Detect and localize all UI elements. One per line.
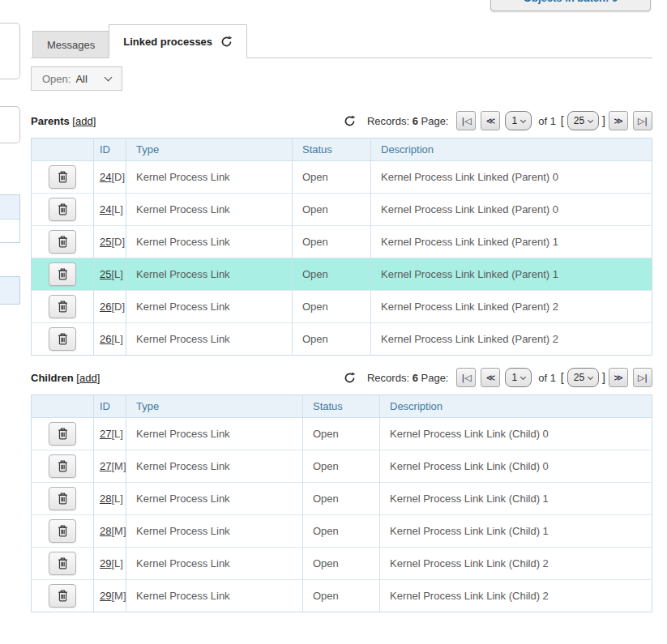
parents-section-header: Parents [add] Records: 6 Page: |◁ ≪ 1 of… (31, 110, 652, 131)
page-select[interactable]: 1 (505, 368, 532, 387)
table-row: 26[L]Kernel Process LinkOpenKernel Proce… (32, 323, 652, 356)
delete-cell (32, 483, 94, 515)
delete-button[interactable] (49, 230, 76, 254)
page-size-select[interactable]: 25 (567, 368, 599, 387)
delete-button[interactable] (49, 584, 76, 608)
last-page-button[interactable]: ▷| (633, 111, 652, 130)
table-row: 24[L]Kernel Process LinkOpenKernel Proce… (32, 194, 652, 226)
type-cell: Kernel Process Link (126, 194, 293, 226)
refresh-icon[interactable] (220, 36, 233, 48)
parents-table: ID Type Status Description 24[D]Kernel P… (31, 138, 652, 356)
status-cell: Open (303, 418, 380, 450)
delete-cell (32, 194, 94, 226)
status-cell: Open (293, 258, 371, 291)
delete-button[interactable] (49, 519, 76, 543)
children-add-link[interactable]: add (79, 372, 97, 384)
id-link[interactable]: 24 (100, 203, 111, 215)
column-header-id: ID (94, 139, 126, 161)
parents-add-link[interactable]: add (75, 115, 93, 127)
column-header-id: ID (94, 395, 126, 418)
type-cell: Kernel Process Link (126, 258, 293, 291)
last-page-button[interactable]: ▷| (633, 368, 652, 387)
id-link[interactable]: 25 (100, 236, 111, 248)
id-suffix: [L] (111, 333, 122, 345)
id-suffix: [D] (111, 301, 125, 313)
delete-cell (32, 418, 94, 450)
id-link[interactable]: 25 (100, 268, 111, 280)
id-link[interactable]: 24 (100, 171, 111, 183)
type-cell: Kernel Process Link (126, 418, 303, 450)
delete-button[interactable] (49, 422, 76, 446)
type-cell: Kernel Process Link (126, 291, 293, 323)
table-row: 28[L]Kernel Process LinkOpenKernel Proce… (32, 483, 652, 515)
id-link[interactable]: 29 (100, 557, 111, 569)
table-row: 29[M]Kernel Process LinkOpenKernel Proce… (32, 580, 652, 612)
column-header-description: Description (380, 395, 652, 418)
status-cell: Open (303, 548, 380, 580)
open-filter-select[interactable]: Open: All (31, 66, 122, 91)
tab-messages[interactable]: Messages (32, 31, 109, 58)
refresh-icon[interactable] (344, 372, 356, 384)
id-link[interactable]: 27 (100, 460, 111, 472)
delete-button[interactable] (49, 295, 76, 318)
page-size-select[interactable]: 25 (567, 111, 599, 130)
refresh-icon[interactable] (344, 115, 356, 127)
trash-icon (58, 171, 68, 183)
open-filter-value: All (75, 73, 87, 85)
id-suffix: [D] (111, 236, 125, 248)
id-link[interactable]: 28 (100, 525, 111, 537)
delete-button[interactable] (49, 165, 76, 189)
id-cell: 24[L] (94, 194, 126, 226)
id-link[interactable]: 28 (100, 493, 111, 505)
delete-button[interactable] (49, 487, 76, 510)
delete-button[interactable] (49, 198, 76, 221)
tab-linked-processes[interactable]: Linked processes (109, 24, 247, 58)
delete-button[interactable] (49, 552, 76, 575)
description-cell: Kernel Process Link Linked (Parent) 0 (371, 194, 652, 226)
page-select[interactable]: 1 (505, 111, 532, 130)
chevron-down-icon (104, 73, 112, 81)
type-cell: Kernel Process Link (126, 226, 293, 258)
id-link[interactable]: 26 (100, 333, 111, 345)
children-title: Children [add] (31, 372, 100, 384)
objects-in-batch-button[interactable]: Objects in batch: 0 (490, 0, 651, 11)
id-link[interactable]: 27 (100, 428, 111, 440)
delete-cell (32, 515, 94, 548)
left-panel-fragment (0, 23, 20, 79)
first-page-button[interactable]: |◁ (456, 111, 476, 130)
id-cell: 26[L] (94, 323, 126, 356)
id-link[interactable]: 29 (100, 590, 111, 602)
id-suffix: [L] (111, 203, 122, 215)
column-header-type: Type (126, 139, 293, 161)
left-panel-fragment (0, 276, 20, 305)
next-page-button[interactable]: ≫ (609, 111, 628, 130)
id-link[interactable]: 26 (100, 301, 111, 313)
delete-button[interactable] (49, 327, 76, 351)
delete-button[interactable] (49, 454, 76, 478)
open-filter-label: Open: (42, 73, 71, 85)
trash-icon (58, 493, 68, 505)
chevron-down-icon (520, 373, 526, 379)
column-header-type: Type (126, 395, 303, 418)
add-link-wrap: [add] (72, 115, 96, 127)
type-cell: Kernel Process Link (126, 483, 303, 515)
trash-icon (58, 268, 68, 280)
description-cell: Kernel Process Link Linked (Parent) 0 (371, 161, 652, 194)
type-cell: Kernel Process Link (126, 161, 293, 194)
table-row: 25[L]Kernel Process LinkOpenKernel Proce… (32, 258, 652, 291)
id-suffix: [L] (111, 557, 122, 569)
trash-icon (58, 525, 68, 537)
id-cell: 28[L] (94, 483, 126, 515)
id-cell: 25[D] (94, 226, 126, 258)
table-header-row: ID Type Status Description (32, 139, 652, 161)
id-suffix: [L] (111, 268, 122, 280)
next-page-button[interactable]: ≫ (609, 368, 628, 387)
prev-page-button[interactable]: ≪ (481, 111, 500, 130)
table-row: 27[L]Kernel Process LinkOpenKernel Proce… (32, 418, 652, 450)
trash-icon (58, 236, 68, 248)
prev-page-button[interactable]: ≪ (481, 368, 500, 387)
delete-button[interactable] (49, 262, 76, 286)
first-page-button[interactable]: |◁ (456, 368, 476, 387)
parents-pagination: Records: 6 Page: |◁ ≪ 1 of 1 [ 25 ] ≫ ▷| (344, 111, 652, 130)
status-cell: Open (293, 161, 371, 194)
